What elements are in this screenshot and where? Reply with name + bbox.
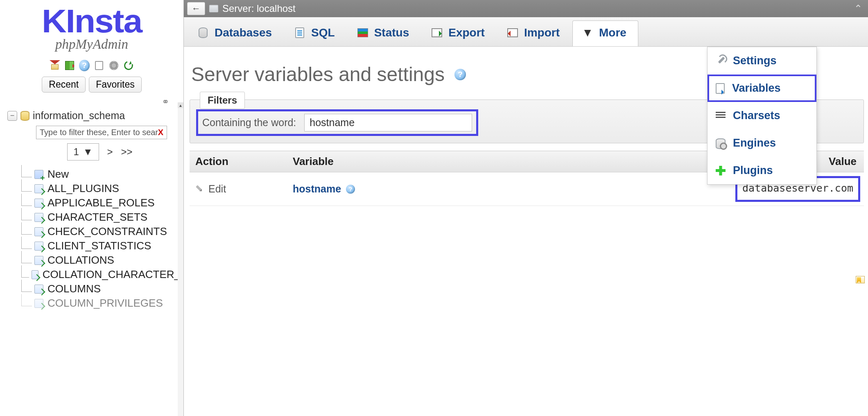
tree-filter-placeholder: Type to filter these, Enter to search a [40,128,158,137]
db-tree-root[interactable]: − information_schema [7,110,180,122]
dropdown-label: Engines [733,137,776,149]
database-icon [197,27,209,38]
tab-favorites[interactable]: Favorites [89,77,142,93]
topnav: Databases SQL Status Export Import ▼ Mor… [184,17,868,47]
sidebar-toolbar: ? [0,60,183,71]
sql-icon [294,27,305,38]
export-icon [431,27,443,38]
tab-sql[interactable]: SQL [285,20,347,46]
page-title-text: Server variables and settings [191,63,445,86]
filter-label: Containing the word: [202,117,296,129]
table-icon [34,256,43,265]
variables-icon [716,83,725,94]
docs-icon[interactable] [94,60,104,71]
tree-item-label: COLLATION_CHARACTER_ [43,268,180,281]
filters-legend: Filters [200,92,245,109]
dropdown-variables[interactable]: Variables [708,75,816,102]
tree-item-label: COLUMNS [47,283,101,295]
dropdown-label: Charsets [733,109,780,122]
tab-label: Import [524,26,560,39]
home-icon[interactable] [50,60,60,71]
tab-import[interactable]: Import [497,20,572,46]
back-button[interactable]: ← [187,2,205,15]
filter-input[interactable] [304,114,472,131]
dropdown-charsets[interactable]: Charsets [708,102,816,129]
tree-item[interactable]: COLLATION_CHARACTER_ [30,268,180,281]
collapse-top-icon[interactable]: ⌃ [854,3,862,14]
dropdown-label: Settings [733,54,777,67]
col-action: Action [190,151,287,172]
tree-item[interactable]: CHARACTER_SETS [30,211,180,224]
reload-icon[interactable] [123,60,134,71]
status-icon [357,27,368,38]
titlebar: ← Server: localhost ⌃ [184,0,868,17]
import-icon [507,27,518,38]
sidebar-scrollbar[interactable]: ▲ [178,102,183,416]
filter-row: Containing the word: [198,111,476,134]
table-icon [34,242,43,251]
tab-recent[interactable]: Recent [42,77,86,93]
tab-more[interactable]: ▼ More [572,20,638,46]
charsets-icon [716,112,726,120]
dropdown-settings[interactable]: Settings [708,47,816,75]
dropdown-label: Plugins [733,164,773,177]
dropdown-label: Variables [732,82,781,95]
dropdown-plugins[interactable]: Plugins [708,157,816,184]
edit-button[interactable]: Edit [195,183,281,195]
database-name[interactable]: information_schema [33,110,125,122]
dropdown-engines[interactable]: Engines [708,129,816,157]
tab-label: Status [374,26,409,39]
logout-icon[interactable] [64,60,75,71]
settings-icon[interactable] [108,60,119,71]
new-table-icon [34,170,43,179]
tab-export[interactable]: Export [422,20,497,46]
pager-last[interactable]: >> [121,146,133,158]
chevron-down-icon: ▼ [83,146,93,158]
tree-filter-input[interactable]: Type to filter these, Enter to search a … [36,126,167,139]
tree-item-new[interactable]: New [30,168,180,181]
bookmark-icon[interactable] [856,276,865,285]
variable-name[interactable]: hostname ? [293,183,488,195]
tree-item-label: COLUMN_PRIVILEGES [47,297,163,310]
pager-next[interactable]: > [107,146,113,158]
chevron-down-icon: ▼ [582,27,593,38]
tree-item-label: APPLICABLE_ROLES [47,197,155,209]
table-icon [34,213,43,222]
table-icon [34,299,43,308]
table-icon [32,270,38,279]
tab-databases[interactable]: Databases [188,20,284,46]
breadcrumb[interactable]: Server: localhost [222,3,296,14]
main: ← Server: localhost ⌃ Databases SQL Stat… [184,0,868,416]
tab-label: SQL [311,26,335,39]
tree-item-label: CLIENT_STATISTICS [47,240,151,252]
tree-item[interactable]: APPLICABLE_ROLES [30,197,180,209]
pager-page-select[interactable]: 1 ▼ [67,143,99,161]
tree-item[interactable]: CLIENT_STATISTICS [30,240,180,252]
help-icon[interactable]: ? [79,60,90,71]
tree-item[interactable]: COLUMNS [30,283,180,295]
tree-item[interactable]: COLUMN_PRIVILEGES [30,297,180,310]
tree-item-label: COLLATIONS [47,254,114,267]
tree-item[interactable]: ALL_PLUGINS [30,182,180,195]
collapse-icon[interactable]: − [7,111,17,121]
tree-item-label: CHECK_CONSTRAINTS [47,225,167,238]
variable-name-text: hostname [293,183,341,195]
col-variable: Variable [287,151,493,172]
tree-item-label: CHARACTER_SETS [47,211,147,224]
tab-label: More [599,26,626,39]
tree-item[interactable]: COLLATIONS [30,254,180,267]
tree-item-label: ALL_PLUGINS [47,182,119,195]
engines-icon [716,138,726,148]
scroll-up-icon[interactable]: ▲ [178,102,183,108]
link-icon[interactable]: ⚭ [0,97,183,107]
help-icon[interactable]: ? [346,185,355,194]
edit-label: Edit [208,183,226,195]
tree-items: New ALL_PLUGINS APPLICABLE_ROLES CHARACT… [7,168,180,310]
logo-block: KInsta phpMyAdmin [0,0,183,54]
tab-status[interactable]: Status [348,20,421,46]
clear-filter-icon[interactable]: X [158,128,163,137]
more-dropdown: Settings Variables Charsets Engines Plug… [707,47,817,185]
tree-item[interactable]: CHECK_CONSTRAINTS [30,225,180,238]
help-icon[interactable]: ? [454,69,466,80]
sidebar-tabs: Recent Favorites [0,77,183,93]
